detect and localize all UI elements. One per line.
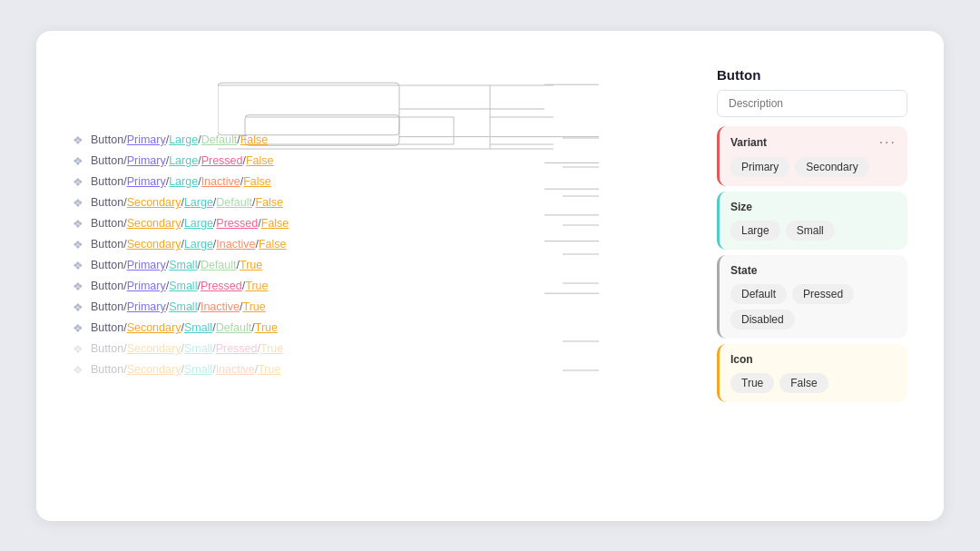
size-section: Size Large Small	[717, 192, 907, 250]
icon-option-false[interactable]: False	[779, 373, 828, 393]
size-header: Size	[730, 201, 897, 213]
state-label: State	[730, 264, 757, 277]
drag-icon: ❖	[73, 363, 83, 377]
left-panel: ❖Button/Primary/Large/Default/False❖Butt…	[73, 67, 708, 485]
item-text: Button/Primary/Small/Pressed/True	[91, 280, 269, 292]
variant-option-secondary[interactable]: Secondary	[795, 157, 868, 177]
state-options: Default Pressed Disabled	[730, 284, 897, 330]
item-text: Button/Primary/Large/Inactive/False	[91, 175, 271, 188]
drag-icon: ❖	[73, 238, 83, 251]
drag-icon: ❖	[73, 175, 83, 189]
drag-icon: ❖	[73, 342, 83, 356]
state-option-pressed[interactable]: Pressed	[792, 284, 854, 304]
state-section: State Default Pressed Disabled	[717, 255, 907, 339]
description-input[interactable]	[717, 90, 907, 117]
item-text: Button/Secondary/Small/Default/True	[91, 321, 278, 334]
variant-options: Primary Secondary	[730, 157, 897, 177]
list-item[interactable]: ❖Button/Secondary/Small/Inactive/True	[73, 360, 708, 379]
list-item[interactable]: ❖Button/Primary/Large/Inactive/False	[73, 172, 708, 192]
state-header: State	[730, 264, 897, 277]
list-item[interactable]: ❖Button/Primary/Large/Default/False	[73, 131, 708, 150]
list-item[interactable]: ❖Button/Secondary/Large/Pressed/False	[73, 214, 708, 233]
panel-title: Button	[717, 67, 907, 83]
variant-more-button[interactable]: ···	[879, 135, 897, 150]
state-option-default[interactable]: Default	[730, 284, 787, 304]
list-item[interactable]: ❖Button/Primary/Large/Pressed/False	[73, 152, 708, 171]
item-text: Button/Secondary/Large/Pressed/False	[91, 217, 289, 230]
item-text: Button/Primary/Large/Default/False	[91, 133, 268, 146]
drag-icon: ❖	[73, 300, 83, 314]
drag-icon: ❖	[73, 154, 83, 168]
variant-option-primary[interactable]: Primary	[730, 157, 789, 177]
size-option-small[interactable]: Small	[786, 221, 835, 241]
drag-icon: ❖	[73, 217, 83, 231]
main-card: ❖Button/Primary/Large/Default/False❖Butt…	[36, 31, 944, 521]
drag-icon: ❖	[73, 280, 83, 293]
item-text: Button/Secondary/Large/Inactive/False	[91, 238, 287, 251]
size-option-large[interactable]: Large	[730, 221, 780, 241]
list-item[interactable]: ❖Button/Secondary/Small/Pressed/True	[73, 339, 708, 359]
right-panel: Button Variant ··· Primary Secondary Siz…	[708, 67, 907, 485]
list-item[interactable]: ❖Button/Secondary/Large/Default/False	[73, 193, 708, 212]
item-text: Button/Primary/Large/Pressed/False	[91, 154, 274, 167]
drag-icon: ❖	[73, 321, 83, 335]
item-text: Button/Primary/Small/Default/True	[91, 259, 262, 271]
variant-label: Variant	[730, 136, 767, 149]
icon-option-true[interactable]: True	[730, 373, 774, 393]
list-item[interactable]: ❖Button/Secondary/Large/Inactive/False	[73, 235, 708, 254]
item-text: Button/Primary/Small/Inactive/True	[91, 300, 266, 313]
variant-section: Variant ··· Primary Secondary	[717, 126, 907, 186]
drag-icon: ❖	[73, 196, 83, 210]
item-text: Button/Secondary/Small/Inactive/True	[91, 363, 280, 376]
icon-label: Icon	[730, 353, 753, 366]
icon-header: Icon	[730, 353, 897, 366]
item-text: Button/Secondary/Small/Pressed/True	[91, 342, 283, 355]
drag-icon: ❖	[73, 259, 83, 272]
list-item[interactable]: ❖Button/Primary/Small/Inactive/True	[73, 298, 708, 317]
drag-icon: ❖	[73, 133, 83, 147]
list-item[interactable]: ❖Button/Primary/Small/Default/True	[73, 256, 708, 275]
icon-options: True False	[730, 373, 897, 393]
icon-section: Icon True False	[717, 344, 907, 402]
variant-header: Variant ···	[730, 135, 897, 150]
state-option-disabled[interactable]: Disabled	[730, 310, 795, 330]
item-text: Button/Secondary/Large/Default/False	[91, 196, 283, 209]
size-options: Large Small	[730, 221, 897, 241]
list-item[interactable]: ❖Button/Primary/Small/Pressed/True	[73, 277, 708, 296]
size-label: Size	[730, 201, 752, 213]
list-item[interactable]: ❖Button/Secondary/Small/Default/True	[73, 319, 708, 338]
items-list: ❖Button/Primary/Large/Default/False❖Butt…	[73, 76, 708, 379]
